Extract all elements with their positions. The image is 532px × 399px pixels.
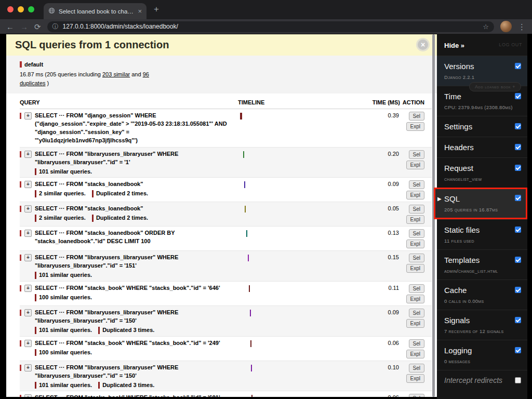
reload-icon[interactable]: ⟳: [34, 23, 41, 31]
toolbar-item-request[interactable]: Requestchangelist_view: [437, 157, 527, 188]
query-action-sel-button[interactable]: Sel: [409, 364, 424, 373]
page-info-icon[interactable]: ⓘ: [52, 22, 59, 31]
timeline-cell: [238, 364, 368, 389]
toolbar-item-label: Intercept redirects: [444, 376, 520, 384]
query-actions: SelExpl: [400, 364, 432, 389]
tab-close-icon[interactable]: ×: [138, 7, 142, 15]
zoom-window-button[interactable]: [28, 6, 34, 12]
expand-query-button[interactable]: +: [24, 205, 32, 212]
query-note: Duplicated 3 times.: [98, 327, 154, 334]
browser-menu-icon[interactable]: ⋮: [518, 23, 526, 31]
toolbar-item-checkbox[interactable]: [515, 317, 521, 323]
toolbar-item-checkbox[interactable]: [515, 227, 521, 233]
close-window-button[interactable]: [7, 6, 14, 12]
query-color-marker: [20, 206, 21, 212]
query-cell: +SELECT ··· FROM "libraryusers_libraryus…: [20, 309, 238, 334]
toolbar-item-checkbox[interactable]: [515, 195, 521, 201]
toolbar-item-checkbox[interactable]: [515, 257, 521, 263]
query-action-expl-button[interactable]: Expl: [406, 374, 424, 383]
minimize-window-button[interactable]: [18, 6, 24, 12]
expand-query-button[interactable]: +: [24, 151, 32, 158]
query-action-expl-button[interactable]: Expl: [406, 122, 424, 131]
new-tab-button[interactable]: +: [154, 4, 159, 15]
expand-query-button[interactable]: +: [24, 181, 32, 188]
summary-text-mid: and: [130, 71, 142, 77]
toolbar-item-sql[interactable]: ▶SQL205 queries in 16.87ms: [434, 188, 527, 219]
expand-query-button[interactable]: +: [24, 285, 32, 292]
query-action-sel-button[interactable]: Sel: [409, 309, 424, 317]
toolbar-item-checkbox[interactable]: [515, 123, 521, 129]
query-action-expl-button[interactable]: Expl: [406, 295, 424, 303]
query-action-sel-button[interactable]: Sel: [409, 205, 424, 214]
toolbar-item-versions[interactable]: VersionsDjango 2.2.1: [437, 56, 527, 86]
expand-query-button[interactable]: +: [24, 364, 32, 371]
toolbar-item-checkbox[interactable]: [515, 63, 521, 69]
query-action-expl-button[interactable]: Expl: [406, 161, 424, 169]
toolbar-item-subtitle: CPU: 2379.94ms (2308.80ms): [444, 104, 520, 110]
timeline-bar: [250, 310, 251, 316]
toolbar-item-templates[interactable]: Templatesadmin/change_list.html: [437, 249, 527, 280]
query-action-sel-button[interactable]: Sel: [409, 180, 424, 189]
toolbar-item-checkbox[interactable]: [515, 287, 521, 293]
similar-queries-link[interactable]: 203 similar: [102, 71, 130, 77]
timeline-bar: [251, 365, 252, 371]
back-icon[interactable]: ←: [6, 23, 14, 31]
query-text: SELECT ··· FROM "libraryusers_libraryuse…: [35, 254, 231, 279]
browser-tab[interactable]: Select loaned book to change ×: [44, 3, 147, 19]
expand-query-button[interactable]: +: [24, 394, 32, 397]
toolbar-item-settings[interactable]: Settings: [437, 116, 527, 137]
toolbar-item-checkbox[interactable]: [515, 347, 521, 353]
toolbar-item-signals[interactable]: Signals7 receivers of 12 signals: [437, 310, 527, 340]
query-action-expl-button[interactable]: Expl: [406, 319, 424, 328]
toolbar-item-headers[interactable]: Headers: [437, 137, 527, 157]
query-action-expl-button[interactable]: Expl: [406, 215, 424, 224]
query-notes: 101 similar queries.Duplicated 3 times.: [35, 382, 231, 389]
expand-query-button[interactable]: +: [24, 112, 32, 119]
address-bar[interactable]: ⓘ 127.0.0.1:8000/admin/stacks/loanedbook…: [47, 21, 494, 32]
bookmark-star-icon[interactable]: ☆: [483, 23, 489, 31]
query-action-sel-button[interactable]: Sel: [409, 339, 424, 348]
query-time: 0.09: [368, 309, 400, 334]
hide-toolbar-button[interactable]: Hide »: [444, 42, 464, 49]
tab-strip: Select loaned book to change × +: [0, 0, 532, 19]
query-text: SELECT ··· FROM "django_session" WHERE (…: [35, 112, 231, 145]
toolbar-item-checkbox[interactable]: [515, 144, 521, 150]
toolbar-item-checkbox[interactable]: [515, 93, 521, 99]
debug-toolbar: Hide » LOG OUT Add loaned book + Version…: [437, 34, 527, 399]
query-note: Duplicated 2 times.: [92, 215, 148, 222]
query-note: Duplicated 3 times.: [98, 382, 154, 389]
profile-avatar[interactable]: [500, 21, 512, 32]
forward-icon[interactable]: →: [20, 23, 28, 31]
url-text[interactable]: 127.0.0.1:8000/admin/stacks/loanedbook/: [63, 23, 178, 30]
toolbar-item-checkbox[interactable]: [515, 165, 521, 171]
query-actions: SelExpl: [400, 229, 432, 248]
query-summary: 16.87 ms (205 queries including 203 simi…: [20, 70, 163, 87]
query-action-sel-button[interactable]: Sel: [409, 394, 424, 397]
expand-query-button[interactable]: +: [24, 309, 32, 316]
expand-query-button[interactable]: +: [24, 230, 32, 237]
query-notes: 2 similar queries.Duplicated 2 times.: [35, 190, 231, 197]
sql-panel-header: SQL queries from 1 connection ×: [6, 34, 437, 56]
expand-query-button[interactable]: +: [24, 254, 32, 261]
expand-query-button[interactable]: +: [24, 340, 32, 347]
toolbar-item-intercept-redirects[interactable]: Intercept redirects: [437, 370, 527, 390]
panel-close-button[interactable]: ×: [416, 38, 430, 51]
query-action-sel-button[interactable]: Sel: [409, 112, 424, 121]
toolbar-item-checkbox[interactable]: [515, 377, 521, 383]
query-action-sel-button[interactable]: Sel: [409, 284, 424, 293]
query-action-sel-button[interactable]: Sel: [409, 150, 424, 159]
toolbar-item-logging[interactable]: Logging0 messages: [437, 340, 527, 370]
toolbar-item-static-files[interactable]: Static files11 files used: [437, 219, 527, 249]
query-action-expl-button[interactable]: Expl: [406, 191, 424, 200]
query-text: SELECT ··· FROM "libraryusers_libraryuse…: [35, 150, 231, 176]
query-action-sel-button[interactable]: Sel: [409, 254, 424, 262]
timeline-cell: [238, 112, 368, 145]
query-action-sel-button[interactable]: Sel: [409, 229, 424, 238]
toolbar-item-cache[interactable]: Cache0 calls in 0.00ms: [437, 280, 527, 310]
query-action-expl-button[interactable]: Expl: [406, 240, 424, 248]
query-cell: +SELECT ··· FROM "stacks_book" WHERE "st…: [20, 284, 238, 303]
query-text: SELECT ··· FROM "libraryusers_libraryuse…: [35, 309, 231, 334]
selected-arrow-icon: ▶: [437, 196, 442, 202]
query-action-expl-button[interactable]: Expl: [406, 264, 424, 273]
query-action-expl-button[interactable]: Expl: [406, 350, 424, 358]
